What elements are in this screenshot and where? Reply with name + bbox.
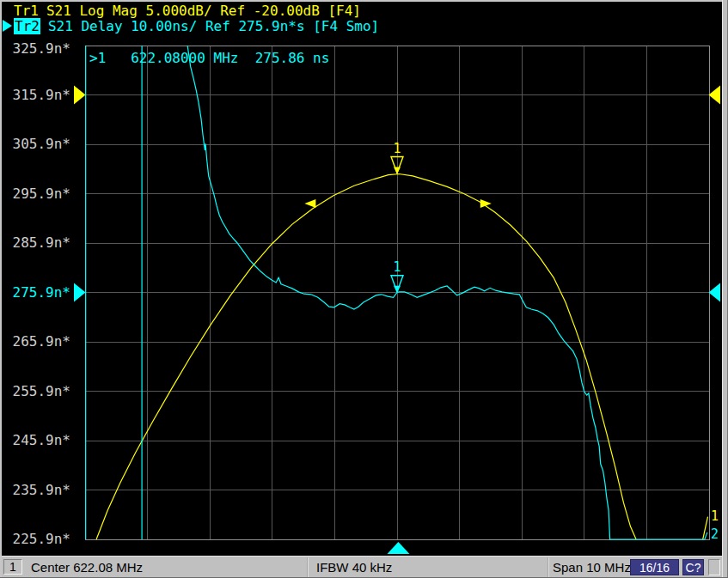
ifbw-setting[interactable]: IFBW 40 kHz	[316, 560, 392, 575]
trace-tr1-curve	[703, 517, 708, 539]
channel-indicator: 1	[3, 559, 22, 575]
trace2-terminal-number: 2	[711, 526, 719, 542]
ref-level-arrow-right-tr1[interactable]	[709, 86, 721, 105]
trace1-terminal-number: 1	[711, 508, 719, 524]
y-axis-label: 255.9n*	[5, 384, 70, 399]
trace2-title[interactable]: Tr2S21 Delay 10.00ns/ Ref 275.9n*s [F4 S…	[14, 18, 379, 34]
ref-level-arrow-left-tr2[interactable]	[74, 283, 86, 302]
trace1-title[interactable]: Tr1S21 Log Mag 5.000dB/ Ref -20.00dB [F4…	[14, 3, 361, 19]
marker-number-label: 1	[393, 259, 401, 275]
bandwidth-marker-icon	[304, 199, 315, 208]
marker-readout: >1 622.08000 MHz 275.86 ns	[89, 50, 329, 66]
y-axis-label: 325.9n*	[5, 41, 70, 57]
sweep-progress-badge: 16/16	[630, 559, 679, 575]
ref-level-arrow-right-tr2[interactable]	[709, 283, 721, 302]
active-trace-arrow-icon	[3, 20, 12, 32]
y-axis-label: 285.9n*	[5, 235, 70, 251]
window-border-top	[0, 0, 728, 2]
statusbar-separator	[307, 557, 309, 578]
y-axis-label: 235.9n*	[5, 483, 70, 498]
window-border-right	[722, 0, 728, 578]
stimulus-marker-icon[interactable]	[387, 542, 409, 554]
status-bar: 1 Center 622.08 MHz IFBW 40 kHz Span 10 …	[0, 556, 728, 578]
center-frequency[interactable]: Center 622.08 MHz	[31, 560, 143, 575]
statusbar-spacer-box	[708, 559, 720, 575]
trace1-label: Tr1	[14, 3, 39, 19]
trace-tr1-curve	[96, 174, 636, 540]
y-axis-label: 245.9n*	[5, 433, 70, 448]
statusbar-separator	[548, 557, 549, 578]
marker-number-label: 1	[393, 141, 401, 156]
y-axis-label: 305.9n*	[5, 137, 70, 152]
trace2-label: Tr2	[14, 18, 40, 34]
ref-level-arrow-left-tr1[interactable]	[74, 86, 86, 105]
y-axis-label: 275.9n*	[5, 285, 70, 301]
y-axis-label: 315.9n*	[5, 88, 70, 103]
y-axis-label: 225.9n*	[5, 532, 70, 547]
y-axis-label: 265.9n*	[5, 334, 70, 350]
y-axis-label: 295.9n*	[5, 186, 70, 202]
window-border-left	[0, 0, 2, 578]
trace2-settings: S21 Delay 10.00ns/ Ref 275.9n*s [F4 Smo]	[48, 18, 379, 34]
cal-status-badge: C?	[682, 559, 704, 575]
plot-area: 1112	[0, 0, 728, 556]
span-setting[interactable]: Span 10 MHz	[553, 560, 631, 575]
marker-tip-tr1[interactable]	[394, 167, 401, 174]
trace1-settings: S21 Log Mag 5.000dB/ Ref -20.00dB [F4]	[46, 3, 361, 19]
